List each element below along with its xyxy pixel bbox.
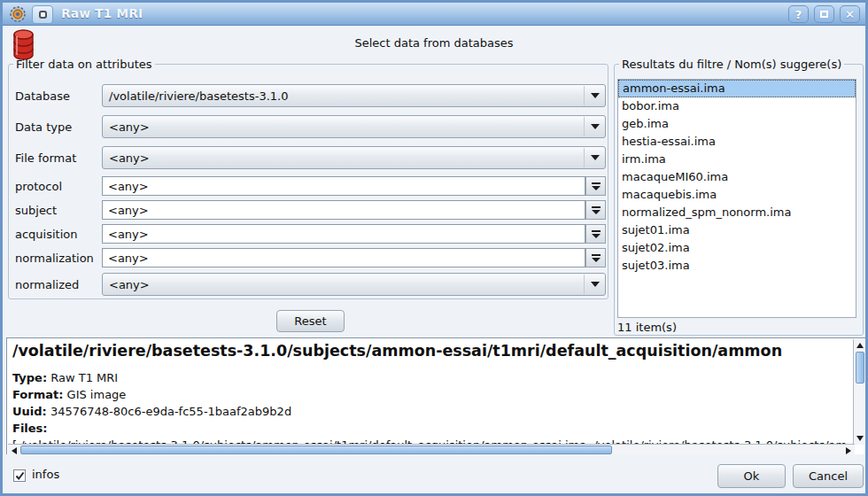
acquisition-input-value: <any> (108, 228, 149, 241)
protocol-dropdown-button[interactable] (585, 176, 606, 196)
cancel-button[interactable]: Cancel (793, 464, 864, 488)
window-menu-button[interactable] (32, 5, 53, 24)
help-button[interactable]: ? (788, 5, 809, 23)
subject-input-value: <any> (108, 204, 149, 217)
dropdown-icon (592, 182, 601, 184)
info-type-label: Type: (12, 371, 47, 384)
list-item[interactable]: sujet01.ima (618, 221, 856, 239)
info-files-label: Files: (12, 422, 48, 435)
close-icon: ✕ (845, 8, 855, 21)
chevron-down-icon (584, 86, 605, 105)
list-item[interactable]: irm.ima (618, 151, 856, 168)
maximize-button[interactable] (814, 5, 834, 23)
reset-button[interactable]: Reset (276, 310, 345, 332)
normalized-combobox-value: <any> (109, 278, 150, 291)
app-gear-icon (9, 5, 27, 23)
database-combobox-value: /volatile/riviere/basetests-3.1.0 (109, 89, 289, 103)
dropdown-icon (592, 254, 601, 256)
list-item[interactable]: ammon-essai.ima (618, 80, 856, 97)
list-item[interactable]: sujet03.ima (618, 257, 856, 275)
filter-groupbox-title: Filter data on attributes (13, 58, 155, 71)
data-type-combobox[interactable]: <any> (102, 115, 606, 138)
protocol-input[interactable]: <any> (102, 176, 585, 196)
normalized-combobox[interactable]: <any> (102, 273, 606, 296)
ok-button[interactable]: Ok (717, 464, 786, 488)
infos-checkbox-label[interactable]: infos (32, 468, 59, 481)
scroll-right-icon[interactable] (846, 447, 851, 454)
checkmark-icon (15, 471, 25, 481)
page-title: Select data from databases (3, 36, 865, 50)
file-format-combobox[interactable]: <any> (102, 146, 606, 169)
list-item[interactable]: bobor.ima (618, 97, 856, 115)
window-menu-icon (39, 11, 47, 19)
vertical-scrollbar-thumb[interactable] (856, 352, 864, 384)
vertical-scrollbar[interactable] (853, 339, 865, 445)
subject-dropdown-button[interactable] (585, 200, 606, 220)
close-button[interactable]: ✕ (840, 5, 860, 23)
list-item[interactable]: hestia-essai.ima (618, 133, 856, 151)
chevron-down-icon (584, 148, 605, 167)
scroll-left-icon[interactable] (12, 447, 17, 454)
maximize-icon (820, 11, 828, 18)
help-icon: ? (795, 8, 802, 21)
dialog-window: Raw T1 MRI ? ✕ Select data from database… (0, 0, 868, 496)
scroll-down-icon[interactable] (856, 436, 864, 441)
item-count-label: 11 item(s) (617, 321, 677, 334)
normalization-dropdown-button[interactable] (585, 248, 606, 267)
field-label-normalization: normalization (15, 248, 94, 267)
title-bar[interactable]: Raw T1 MRI ? ✕ (3, 3, 865, 26)
subject-input[interactable]: <any> (102, 200, 585, 220)
field-label-database: Database (15, 84, 70, 107)
field-label-subject: subject (15, 200, 57, 220)
info-format-label: Format: (12, 388, 63, 401)
footer-bar: infos Ok Cancel (3, 454, 865, 493)
acquisition-input[interactable]: <any> (102, 224, 585, 244)
file-format-combobox-value: <any> (109, 151, 150, 165)
list-item[interactable]: normalized_spm_nonorm.ima (618, 204, 856, 221)
protocol-input-value: <any> (108, 180, 149, 193)
infos-checkbox[interactable] (13, 469, 26, 482)
chevron-down-icon (584, 117, 605, 136)
info-format-value: GIS image (67, 388, 127, 401)
field-label-data-type: Data type (15, 115, 72, 138)
window-title: Raw T1 MRI (61, 6, 143, 20)
list-item[interactable]: geb.ima (618, 115, 856, 133)
info-uuid-label: Uuid: (12, 405, 47, 418)
field-label-acquisition: acquisition (15, 224, 78, 244)
scroll-up-icon[interactable] (856, 343, 864, 348)
field-label-normalized: normalized (15, 273, 79, 296)
results-groupbox-title: Resultats du filtre / Nom(s) suggere(s) (619, 58, 844, 71)
data-type-combobox-value: <any> (109, 120, 150, 134)
info-heading-path: /volatile/riviere/basetests-3.1.0/subjec… (12, 341, 854, 361)
list-item[interactable]: macaquebis.ima (618, 186, 856, 204)
chevron-down-icon (584, 275, 605, 294)
dropdown-icon (592, 206, 601, 208)
horizontal-scrollbar-thumb[interactable] (20, 446, 612, 454)
database-combobox[interactable]: /volatile/riviere/basetests-3.1.0 (102, 84, 606, 107)
list-item[interactable]: sujet02.ima (618, 239, 856, 257)
field-label-file-format: File format (15, 146, 76, 169)
list-item[interactable]: macaqueMI60.ima (618, 168, 856, 186)
field-label-protocol: protocol (15, 176, 62, 196)
results-list[interactable]: ammon-essai.ima bobor.ima geb.ima hestia… (617, 79, 856, 318)
normalization-input-value: <any> (108, 252, 149, 265)
window-controls: ? ✕ (788, 5, 860, 23)
info-panel: /volatile/riviere/basetests-3.1.0/subjec… (6, 337, 867, 457)
acquisition-dropdown-button[interactable] (585, 224, 606, 244)
normalization-input[interactable]: <any> (102, 248, 585, 267)
dropdown-icon (592, 230, 601, 232)
info-uuid-value: 34576748-80c6-e9da-fc55-1baaf2ab9b2d (50, 405, 291, 418)
info-type-value: Raw T1 MRI (50, 371, 118, 384)
info-content: /volatile/riviere/basetests-3.1.0/subjec… (9, 339, 854, 445)
